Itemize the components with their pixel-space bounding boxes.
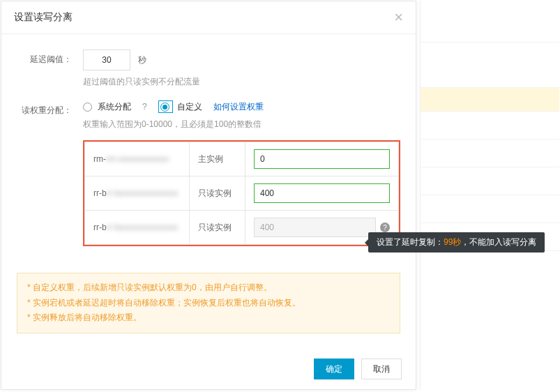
weight-table: rm-rm-xxxxxxxxxxxx 主实例 rr-brr-bxxxxxxxxx…: [84, 142, 399, 245]
delay-threshold-row: 延迟阈值： 秒 超过阈值的只读实例不分配流量: [17, 50, 400, 88]
tooltip: 设置了延时复制：99秒，不能加入读写分离: [368, 232, 545, 252]
warning-line: * 实例释放后将自动移除权重。: [27, 310, 390, 326]
weight-input[interactable]: [254, 183, 390, 203]
weight-table-highlight: rm-rm-xxxxxxxxxxxx 主实例 rr-brr-bxxxxxxxxx…: [83, 140, 400, 246]
instance-id: rr-brr-bxxxxxxxxxxxxxx: [93, 188, 178, 198]
table-row: rm-rm-xxxxxxxxxxxx 主实例: [85, 142, 399, 176]
help-icon[interactable]: ?: [380, 223, 390, 232]
instance-id: rm-rm-xxxxxxxxxxxx: [93, 154, 169, 164]
weight-hint: 权重输入范围为0-10000，且必须是100的整数倍: [83, 119, 400, 130]
help-icon[interactable]: ?: [142, 102, 147, 112]
tooltip-prefix: 设置了延时复制：: [377, 237, 444, 247]
instance-id: rr-brr-bxxxxxxxxxxxxxx: [93, 223, 178, 232]
radio-custom-label: 自定义: [177, 101, 202, 113]
radio-system[interactable]: [83, 103, 92, 112]
instance-id-cell: rr-brr-bxxxxxxxxxxxxxx: [85, 176, 190, 211]
modal-header: 设置读写分离 ×: [1, 1, 416, 34]
weight-distribution-label: 读权重分配：: [17, 100, 83, 116]
delay-threshold-label: 延迟阈值：: [17, 50, 83, 66]
weight-input[interactable]: [254, 149, 390, 169]
background-panel: [420, 1, 559, 390]
table-row: rr-brr-bxxxxxxxxxxxxxx 只读实例 ?: [85, 211, 399, 245]
weight-distribution-content: 系统分配 ? 自定义 如何设置权重 权重输入范围为0-10000，且必须是100…: [83, 100, 400, 130]
weight-input-disabled: [254, 218, 376, 237]
delay-threshold-hint: 超过阈值的只读实例不分配流量: [83, 76, 400, 88]
cancel-button[interactable]: 取消: [361, 359, 402, 379]
radio-system-label: 系统分配: [98, 101, 131, 113]
delay-threshold-input[interactable]: [83, 50, 130, 70]
instance-id-cell: rr-brr-bxxxxxxxxxxxxxx: [85, 211, 190, 245]
instance-type-cell: 主实例: [190, 142, 245, 176]
instance-type-cell: 只读实例: [190, 176, 245, 211]
modal-footer: 确定 取消: [314, 359, 402, 379]
modal-body: 延迟阈值： 秒 超过阈值的只读实例不分配流量 读权重分配： 系统分配 ? 自定义…: [1, 34, 416, 253]
modal-title: 设置读写分离: [14, 11, 73, 24]
weight-help-link[interactable]: 如何设置权重: [213, 101, 264, 113]
ok-button[interactable]: 确定: [314, 359, 354, 379]
instance-type-cell: 只读实例: [190, 211, 245, 245]
weight-distribution-row: 读权重分配： 系统分配 ? 自定义 如何设置权重 权重输入范围为0-10000，…: [17, 100, 400, 130]
modal-dialog: 设置读写分离 × 延迟阈值： 秒 超过阈值的只读实例不分配流量 读权重分配： 系…: [1, 1, 416, 390]
radio-custom[interactable]: [160, 103, 169, 112]
instance-weight-cell: [245, 176, 399, 211]
warning-line: * 实例宕机或者延迟超时将自动移除权重；实例恢复后权重也将自动恢复。: [27, 296, 390, 311]
delay-threshold-unit: 秒: [138, 55, 146, 65]
instance-weight-cell: [245, 142, 399, 176]
close-button[interactable]: ×: [394, 10, 403, 25]
tooltip-seconds: 99秒: [444, 237, 461, 247]
instance-id-cell: rm-rm-xxxxxxxxxxxx: [85, 142, 190, 176]
warning-box: * 自定义权重，后续新增只读实例默认权重为0，由用户自行调整。 * 实例宕机或者…: [17, 273, 400, 333]
tooltip-suffix: ，不能加入读写分离: [461, 237, 536, 247]
delay-threshold-content: 秒 超过阈值的只读实例不分配流量: [83, 50, 400, 88]
table-row: rr-brr-bxxxxxxxxxxxxxx 只读实例: [85, 176, 399, 211]
weight-radio-group: 系统分配 ? 自定义 如何设置权重: [83, 100, 400, 113]
warning-line: * 自定义权重，后续新增只读实例默认权重为0，由用户自行调整。: [27, 280, 390, 296]
radio-custom-wrap[interactable]: [158, 100, 173, 113]
